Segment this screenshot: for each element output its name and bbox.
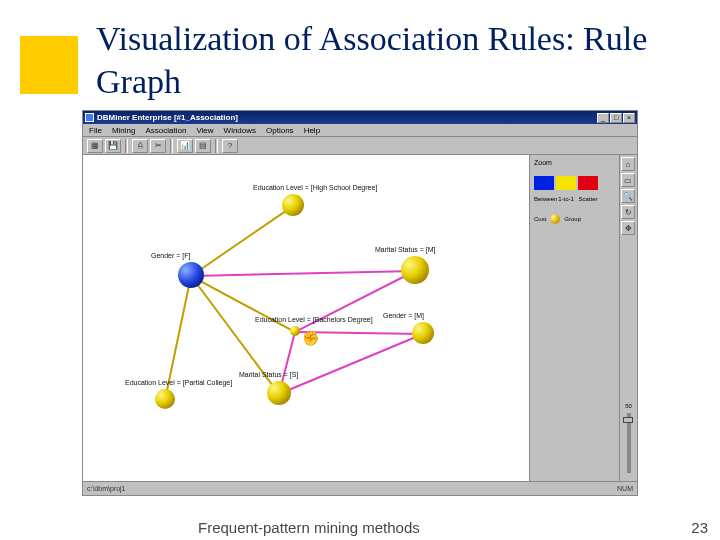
- right-panel: Zoom Between 1-to-1 Scatter Cust: [529, 155, 637, 481]
- legend-color-between: [534, 176, 554, 190]
- graph-node[interactable]: [401, 256, 429, 284]
- menu-file[interactable]: File: [89, 126, 102, 135]
- cut-icon[interactable]: ✂: [150, 139, 166, 153]
- minimize-button[interactable]: _: [597, 113, 609, 123]
- graph-node-label: Marital Status = [M]: [375, 246, 436, 253]
- legend-color-row: [534, 176, 615, 190]
- slide-title: Visualization of Association Rules: Rule…: [96, 18, 720, 103]
- menu-view[interactable]: View: [196, 126, 213, 135]
- graph-node[interactable]: [412, 322, 434, 344]
- zoom-icon[interactable]: 🔍: [621, 189, 635, 203]
- graph-edge: [191, 270, 415, 277]
- toolbar-separator: [170, 139, 173, 153]
- graph-node[interactable]: [178, 262, 204, 288]
- graph-node-label: Education Level = [High School Degree]: [253, 184, 377, 191]
- status-right: NUM: [617, 485, 633, 492]
- graph-node[interactable]: [155, 389, 175, 409]
- window-title: DBMiner Enterprise [#1_Association]: [97, 113, 238, 122]
- graph-edge: [279, 333, 424, 395]
- home-icon[interactable]: ⌂: [621, 157, 635, 171]
- menu-help[interactable]: Help: [304, 126, 320, 135]
- db-icon[interactable]: ▦: [87, 139, 103, 153]
- legend-header: Zoom: [534, 159, 615, 166]
- pan-icon[interactable]: ✥: [621, 221, 635, 235]
- page-number: 23: [691, 519, 708, 536]
- content-area: Education Level = [High School Degree]Ge…: [83, 155, 637, 481]
- graph-canvas[interactable]: Education Level = [High School Degree]Ge…: [83, 155, 529, 481]
- toolbar: ▦ 💾 ⎙ ✂ 📊 ▤ ?: [83, 137, 637, 155]
- graph-node-label: Education Level = [Bachelors Degree]: [255, 316, 373, 323]
- legend-cust-ball-icon: [550, 214, 560, 224]
- slider-thumb[interactable]: [623, 417, 633, 423]
- app-window: DBMiner Enterprise [#1_Association] _ □ …: [82, 110, 638, 496]
- graph-edge: [191, 275, 296, 333]
- slider-value: 50: [625, 403, 632, 409]
- legend-label-row: Between 1-to-1 Scatter: [534, 196, 615, 202]
- menu-mining[interactable]: Mining: [112, 126, 136, 135]
- vertical-toolbar: ⌂ ▭ 🔍 ↻ ✥ 50: [619, 155, 637, 481]
- slide-accent-square: [20, 36, 78, 94]
- chart-icon[interactable]: 📊: [177, 139, 193, 153]
- fit-icon[interactable]: ▭: [621, 173, 635, 187]
- graph-edge: [295, 270, 416, 333]
- grab-cursor-icon: ✊: [302, 330, 319, 346]
- graph-node[interactable]: [267, 381, 291, 405]
- legend-color-scatter: [578, 176, 598, 190]
- menu-options[interactable]: Options: [266, 126, 294, 135]
- print-icon[interactable]: ⎙: [132, 139, 148, 153]
- graph-node-label: Marital Status = [S]: [239, 371, 298, 378]
- maximize-button[interactable]: □: [610, 113, 622, 123]
- status-left: c:\dbm\proj1: [87, 485, 126, 492]
- graph-node-label: Gender = [M]: [383, 312, 424, 319]
- statusbar: c:\dbm\proj1 NUM: [83, 481, 637, 495]
- legend-label-scatter: Scatter: [578, 196, 598, 202]
- menu-association[interactable]: Association: [145, 126, 186, 135]
- legend-cust-row: Cust Group: [534, 214, 615, 224]
- legend-color-1to1: [556, 176, 576, 190]
- grid-icon[interactable]: ▤: [195, 139, 211, 153]
- save-icon[interactable]: 💾: [105, 139, 121, 153]
- menubar: File Mining Association View Windows Opt…: [83, 124, 637, 137]
- legend-panel: Zoom Between 1-to-1 Scatter Cust: [530, 155, 619, 481]
- graph-node-label: Education Level = [Partial College]: [125, 379, 232, 386]
- graph-node[interactable]: [282, 194, 304, 216]
- app-icon: [85, 113, 94, 122]
- graph-node[interactable]: [290, 326, 300, 336]
- graph-node-label: Gender = [F]: [151, 252, 191, 259]
- rotate-icon[interactable]: ↻: [621, 205, 635, 219]
- legend-label-between: Between: [534, 196, 554, 202]
- legend-label-1to1: 1-to-1: [556, 196, 576, 202]
- graph-edge: [190, 205, 293, 277]
- toolbar-separator: [125, 139, 128, 153]
- legend-cust-label: Cust: [534, 216, 546, 222]
- zoom-slider[interactable]: [627, 413, 631, 473]
- zoom-slider-area: 50: [621, 397, 636, 479]
- close-button[interactable]: ×: [623, 113, 635, 123]
- legend-group-label: Group: [564, 216, 581, 222]
- window-titlebar[interactable]: DBMiner Enterprise [#1_Association] _ □ …: [83, 111, 637, 124]
- menu-windows[interactable]: Windows: [224, 126, 256, 135]
- toolbar-separator: [215, 139, 218, 153]
- slide-footer: Frequent-pattern mining methods: [198, 519, 420, 536]
- help-icon[interactable]: ?: [222, 139, 238, 153]
